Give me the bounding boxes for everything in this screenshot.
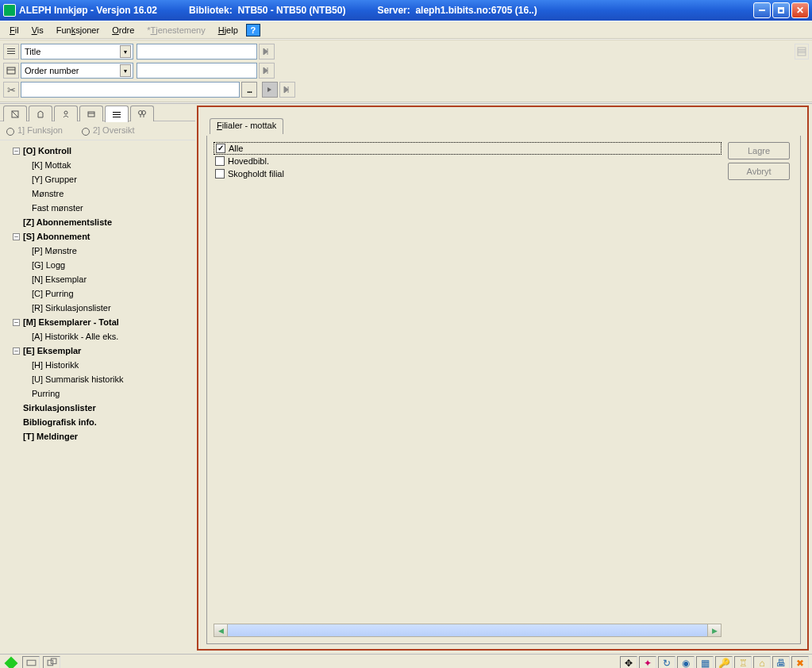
status-icon-key[interactable]: 🔑 — [715, 656, 733, 669]
status-icon-refresh[interactable]: ↻ — [658, 656, 675, 669]
svg-line-10 — [12, 111, 18, 117]
maximize-button[interactable] — [772, 2, 790, 18]
toolbar-end-btn-1[interactable] — [795, 44, 809, 60]
tree-item[interactable]: Sirkulasjonslister — [0, 401, 195, 415]
tree-collapse-icon[interactable]: − — [13, 233, 20, 240]
checklist-label: Alle — [229, 144, 243, 153]
tree-item[interactable]: −[S] Abonnement — [0, 229, 195, 244]
scroll-right-icon[interactable]: ▶ — [707, 624, 721, 636]
tree-item[interactable]: [C] Purring — [0, 286, 195, 301]
status-icon-close[interactable]: ✖ — [791, 656, 809, 669]
status-icon-grid[interactable]: ▦ — [696, 656, 714, 669]
tree-item[interactable]: [U] Summarisk historikk — [0, 372, 195, 386]
menu-tjenestemeny[interactable]: *Tjenestemeny — [140, 24, 211, 36]
scissors-icon[interactable]: ✂ — [3, 82, 19, 98]
status-icon-wand[interactable]: ✦ — [639, 656, 656, 669]
cancel-button[interactable]: Avbryt — [728, 163, 790, 180]
menu-funksjoner[interactable]: Funksjoner — [50, 24, 106, 36]
tree-collapse-icon[interactable]: − — [13, 347, 20, 355]
tree-item[interactable]: [T] Meldinger — [0, 429, 195, 443]
tab-filialer-mottak[interactable]: Filialer - mottak — [210, 118, 283, 134]
help-icon[interactable]: ? — [246, 24, 260, 36]
tree-label: [E] Eksemplar — [23, 346, 81, 355]
browse-dots-button[interactable]: ... — [241, 82, 257, 98]
tree-item[interactable]: −[E] Eksemplar — [0, 344, 195, 358]
svg-rect-14 — [113, 112, 121, 113]
search-field-1-select[interactable]: Title ▾ — [21, 44, 133, 60]
checklist-item[interactable]: Alle — [214, 142, 722, 155]
checkbox-icon[interactable] — [215, 156, 225, 166]
checkbox-icon[interactable] — [216, 144, 225, 153]
status-icon-move[interactable]: ✥ — [620, 656, 637, 669]
tree-item[interactable]: Fast mønster — [0, 201, 195, 215]
checkbox-icon[interactable] — [215, 169, 225, 179]
menu-vis[interactable]: Vis — [25, 24, 50, 36]
tree-item[interactable]: [G] Logg — [0, 258, 195, 272]
status-icon-print[interactable]: 🖶 — [772, 656, 790, 669]
left-tab-6[interactable] — [130, 106, 154, 121]
svg-rect-2 — [7, 53, 15, 54]
search-go-2[interactable] — [259, 63, 275, 79]
search-field-1-label: Title — [25, 47, 40, 56]
tree-item[interactable]: [P] Mønstre — [0, 244, 195, 258]
minimize-button[interactable] — [753, 2, 771, 18]
status-icon-tower[interactable]: ♖ — [734, 656, 752, 669]
menu-ordre[interactable]: Ordre — [106, 24, 140, 36]
tree-item[interactable]: −[O] Kontroll — [0, 144, 195, 158]
tree-label: [M] Eksemplarer - Total — [23, 317, 119, 327]
menu-fil[interactable]: Fil — [3, 24, 25, 36]
left-tab-1[interactable] — [3, 106, 27, 121]
search-go-3[interactable] — [279, 82, 295, 98]
tree-item[interactable]: −[M] Eksemplarer - Total — [0, 315, 195, 329]
horizontal-scrollbar[interactable]: ◀ ▶ — [214, 624, 722, 637]
search-input-1[interactable] — [137, 44, 257, 60]
svg-rect-16 — [113, 117, 121, 117]
tree-label: [K] Mottak — [32, 160, 71, 170]
search-input-3[interactable] — [21, 82, 240, 98]
tree-item[interactable]: [Z] Abonnementsliste — [0, 215, 195, 229]
card-icon[interactable] — [3, 63, 19, 79]
radio-oversikt[interactable]: 2] Oversikt — [82, 125, 135, 135]
status-icon-1[interactable] — [22, 656, 40, 669]
status-icon-globe[interactable]: ◉ — [677, 656, 695, 669]
status-icon-2[interactable] — [43, 656, 60, 669]
scroll-left-icon[interactable]: ◀ — [214, 624, 228, 636]
grey-go-button[interactable] — [262, 82, 278, 98]
tree-item[interactable]: [R] Sirkulasjonslister — [0, 301, 195, 315]
tree-item[interactable]: [A] Historikk - Alle eks. — [0, 329, 195, 344]
close-button[interactable]: ✕ — [791, 2, 809, 18]
tree-item[interactable]: [K] Mottak — [0, 158, 195, 172]
tree-label: [A] Historikk - Alle eks. — [32, 332, 118, 341]
search-input-2[interactable] — [137, 63, 257, 79]
checklist-item[interactable]: Hovedbibl. — [214, 155, 722, 167]
tree-item[interactable]: [H] Historikk — [0, 358, 195, 372]
left-tab-3[interactable] — [54, 106, 78, 121]
tree-collapse-icon[interactable]: − — [13, 148, 20, 155]
radio-funksjon[interactable]: 1] Funksjon — [6, 125, 63, 135]
tree-item[interactable]: Bibliografisk info. — [0, 415, 195, 429]
left-tab-4[interactable] — [79, 106, 103, 121]
tree-label: Fast mønster — [32, 203, 83, 213]
checklist-label: Hovedbibl. — [228, 156, 269, 166]
menu-hjelp[interactable]: Hjelp — [212, 24, 244, 36]
tree-label: [G] Logg — [32, 260, 65, 270]
save-button[interactable]: Lagre — [728, 142, 790, 159]
status-diamond-icon — [5, 656, 18, 668]
tree-item[interactable]: [N] Eksemplar — [0, 272, 195, 286]
list-icon[interactable] — [3, 44, 19, 60]
tree-item[interactable]: [Y] Grupper — [0, 172, 195, 186]
left-tab-2[interactable] — [29, 106, 52, 121]
left-tab-5-active[interactable] — [105, 106, 129, 122]
radio-row: 1] Funksjon 2] Oversikt — [0, 121, 195, 140]
status-icon-home[interactable]: ⌂ — [753, 656, 771, 669]
tree-item[interactable]: Mønstre — [0, 186, 195, 201]
search-go-1[interactable] — [259, 44, 275, 60]
checklist-item[interactable]: Skogholdt filial — [214, 167, 722, 180]
tree-collapse-icon[interactable]: − — [13, 319, 20, 326]
tree-label: Sirkulasjonslister — [23, 403, 96, 413]
title-server: Server: aleph1.bibits.no:6705 (16..) — [377, 5, 537, 16]
tree-label: [H] Historikk — [32, 360, 79, 370]
nav-tree: −[O] Kontroll[K] Mottak[Y] GrupperMønstr… — [0, 140, 195, 654]
search-field-2-select[interactable]: Order number ▾ — [21, 63, 133, 79]
tree-item[interactable]: Purring — [0, 386, 195, 401]
